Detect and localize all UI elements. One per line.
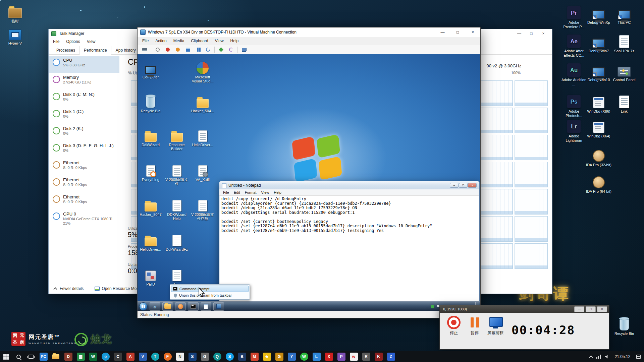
desktop-icon-debug-win7[interactable]: Debug Win7 — [586, 33, 612, 53]
tm-perf-item-memory[interactable]: Memory27/240 GB (11%) — [49, 73, 119, 90]
taskbar-app-6[interactable]: e — [99, 351, 112, 362]
desktop-icon-link[interactable]: Link — [611, 93, 637, 114]
taskbar-app-14[interactable]: G — [199, 351, 211, 362]
volume-icon[interactable] — [605, 355, 609, 359]
action-center-icon[interactable] — [636, 355, 641, 359]
pause-recording-button[interactable]: 暂停 — [465, 316, 484, 336]
win7-icon-computer[interactable]: Computer — [138, 60, 163, 79]
maximize-button[interactable]: □ — [459, 183, 468, 188]
taskbar-app-29[interactable]: Z — [385, 351, 397, 362]
win7-icon-everything[interactable]: Everything — [138, 163, 163, 182]
taskbar-app-20[interactable]: G — [273, 351, 285, 362]
taskbar-app-22[interactable]: W — [298, 351, 310, 362]
maximize-button[interactable]: □ — [586, 306, 596, 312]
notepad-menu-view[interactable]: View — [259, 190, 272, 195]
win7-icon-peid[interactable]: PEID — [138, 267, 163, 286]
tm-tab-app-history[interactable]: App history — [111, 46, 140, 55]
desktop-icon-adobe-premiere-p[interactable]: PrAdobe Premiere P... — [561, 4, 587, 29]
taskbar-app-11[interactable]: F — [161, 351, 174, 362]
vm-menu-help[interactable]: Help — [227, 38, 242, 44]
win7-taskbar-app-button[interactable] — [213, 302, 224, 311]
win7-icon-recycle-bin[interactable]: Recycle Bin — [138, 94, 163, 113]
tm-perf-item-cpu[interactable]: CPU5% 3.38 GHz — [49, 56, 119, 73]
desktop-icon-this-pc[interactable]: This PC — [611, 4, 637, 25]
network-icon[interactable] — [596, 355, 601, 359]
win7-icon-ddkwizard-help[interactable]: DDKWizard Help — [164, 197, 189, 221]
taskbar-app-5[interactable]: W — [87, 351, 99, 362]
tm-perf-item-gpu-0[interactable]: GPU 0NVIDIA GeForce GTX 1080 Ti21% — [49, 210, 119, 227]
taskbar-app-27[interactable]: R — [360, 351, 372, 362]
taskbar-app-1[interactable]: PC — [37, 351, 50, 362]
tm-menu-file[interactable]: File — [50, 39, 62, 45]
taskbar-app-7[interactable]: C — [112, 351, 124, 362]
win7-icon-hacker-504[interactable]: Hacker_504... — [190, 94, 215, 113]
tm-perf-item-disk-3-d-e-f-g-h-i-j[interactable]: Disk 3 (D: E: F: G: H: I: J:)0% — [49, 141, 119, 159]
fewer-details-button[interactable]: Fewer details — [60, 286, 84, 291]
taskbar-app-2[interactable] — [50, 351, 62, 362]
taskbar-app-23[interactable]: L — [310, 351, 323, 362]
vm-guest-screen[interactable]: ComputerMicrosoft Visual Stud...Recycle … — [138, 54, 480, 311]
vm-menu-media[interactable]: Media — [170, 38, 188, 44]
taskbar-app-13[interactable]: S — [186, 351, 199, 362]
turn-off-button[interactable] — [164, 46, 171, 53]
win7-icon-va-x-dll[interactable]: VA_X.dll — [190, 163, 215, 182]
vm-menu-clipboard[interactable]: Clipboard — [187, 38, 211, 44]
taskbar-app-19[interactable]: ★ — [261, 351, 273, 362]
vm-menu-file[interactable]: File — [139, 38, 152, 44]
taskbar-app-4[interactable]: ▦ — [74, 351, 87, 362]
win7-taskbar-cmd-button[interactable] — [188, 302, 199, 311]
win7-taskbar-notepad-button[interactable] — [201, 302, 211, 311]
notepad-menu-format[interactable]: Format — [243, 190, 259, 195]
tm-menu-view[interactable]: View — [84, 39, 99, 45]
taskbar-app-26[interactable]: w — [347, 351, 360, 362]
tm-tab-processes[interactable]: Processes — [52, 46, 79, 55]
maximize-button[interactable]: □ — [450, 28, 465, 37]
win7-icon-hacker-5047[interactable]: Hacker_5047 — [138, 197, 163, 217]
close-button[interactable]: × — [468, 183, 477, 188]
win7-icon-hellodriver[interactable]: HelloDriver... — [190, 128, 215, 147]
minimize-button[interactable]: — — [435, 28, 450, 37]
taskbar-app-24[interactable]: X — [323, 351, 335, 362]
tray-app-icon[interactable] — [431, 305, 434, 308]
revert-button[interactable] — [227, 46, 235, 53]
notepad-titlebar[interactable]: Untitled - Notepad – □ × — [219, 181, 479, 189]
shut-down-button[interactable] — [174, 46, 181, 53]
desktop-icon-ida-pro-64-bit[interactable]: IDA Pro (64-bit) — [586, 173, 612, 194]
taskbar-app-21[interactable]: Y — [285, 351, 298, 362]
win7-icon-resource-builder[interactable]: Resource Builder — [164, 128, 189, 151]
taskbar-app-28[interactable]: K — [372, 351, 385, 362]
close-button[interactable]: × — [465, 28, 480, 37]
vm-menu-action[interactable]: Action — [152, 38, 170, 44]
win7-icon-hellodriver[interactable]: HelloDriver... — [138, 232, 163, 251]
tm-perf-item-disk-1-c[interactable]: Disk 1 (C:)0% — [49, 107, 119, 124]
tm-perf-item-ethernet[interactable]: EthernetS: 0 R: 0 Kbps — [49, 193, 119, 210]
desktop-icon-debug-win10[interactable]: Debug Win10 — [586, 61, 612, 82]
taskbar-clock[interactable]: 21:05:12 — [613, 355, 632, 359]
win7-icon-ddkwizardfz[interactable]: DdkWizardFz — [164, 232, 189, 251]
tm-tab-performance[interactable]: Performance — [79, 46, 111, 55]
desktop-icon-windbg-x86[interactable]: WinDbg (X86) — [586, 93, 612, 114]
stop-recording-button[interactable]: 停止 — [444, 316, 463, 336]
vm-titlebar[interactable]: Windows 7 Sp1 En X64 Drv on DESKTOP-FH1D… — [138, 27, 480, 37]
start-button[interactable] — [0, 351, 12, 362]
desktop-icon-san11pk-7z[interactable]: San11PK.7z — [611, 33, 637, 53]
notepad-menu-file[interactable]: File — [221, 190, 231, 195]
enhanced-session-button[interactable] — [240, 46, 248, 53]
search-button[interactable] — [12, 351, 25, 362]
pause-button[interactable] — [194, 46, 202, 53]
taskbar-app-18[interactable]: M — [248, 351, 261, 362]
win7-taskbar-folder-button[interactable] — [162, 302, 173, 311]
desktop-icon-recycle-bin[interactable]: Recycle Bin — [611, 315, 637, 336]
save-button[interactable] — [184, 46, 192, 53]
start-button[interactable] — [154, 46, 161, 53]
minimize-button[interactable]: – — [450, 183, 459, 188]
notepad-menu-help[interactable]: Help — [271, 190, 284, 195]
tm-perf-item-disk-2-k[interactable]: Disk 2 (K:)0% — [49, 124, 119, 141]
tm-perf-item-ethernet[interactable]: EthernetS: 0 R: 0 Kbps — [49, 176, 119, 193]
desktop-icon-adobe-audition[interactable]: AuAdobe Audition ... — [561, 61, 587, 86]
taskbar-app-17[interactable]: B — [236, 351, 248, 362]
taskbar-app-10[interactable]: T — [149, 351, 161, 362]
reset-button[interactable] — [204, 46, 212, 53]
jumplist-item-unpin-this-program-from-taskbar[interactable]: Unpin this program from taskbar — [171, 292, 249, 298]
tm-perf-item-disk-0-l-m-n[interactable]: Disk 0 (L: M: N:)0% — [49, 90, 119, 107]
